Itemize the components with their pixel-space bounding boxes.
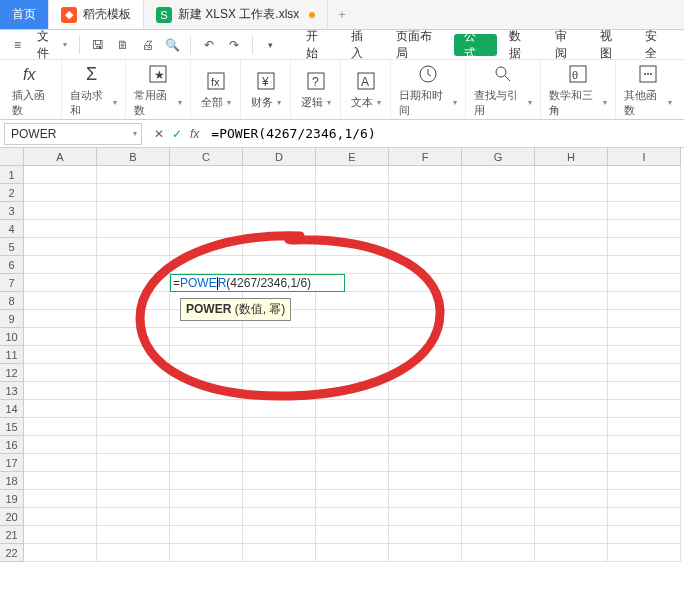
cell[interactable] xyxy=(462,508,535,526)
cell[interactable] xyxy=(316,364,389,382)
cell[interactable] xyxy=(97,328,170,346)
cell[interactable] xyxy=(535,238,608,256)
cell[interactable] xyxy=(97,238,170,256)
cell[interactable] xyxy=(535,436,608,454)
cell[interactable] xyxy=(389,328,462,346)
cell[interactable] xyxy=(462,202,535,220)
undo-button[interactable]: ↶ xyxy=(197,33,220,57)
cell[interactable] xyxy=(316,472,389,490)
tab-file[interactable]: S 新建 XLSX 工作表.xlsx xyxy=(144,0,328,29)
cell[interactable] xyxy=(316,328,389,346)
text-button[interactable]: A 文本 xyxy=(340,60,390,119)
cell[interactable] xyxy=(170,490,243,508)
select-all-corner[interactable] xyxy=(0,148,24,166)
cell[interactable] xyxy=(316,238,389,256)
redo-button[interactable]: ↷ xyxy=(223,33,246,57)
cell[interactable] xyxy=(316,508,389,526)
col-header-F[interactable]: F xyxy=(389,148,462,166)
cell[interactable] xyxy=(170,454,243,472)
cell[interactable] xyxy=(97,184,170,202)
cell[interactable] xyxy=(608,238,681,256)
cell[interactable] xyxy=(97,220,170,238)
cell[interactable] xyxy=(170,382,243,400)
cell[interactable] xyxy=(462,400,535,418)
cell[interactable] xyxy=(535,472,608,490)
cell[interactable] xyxy=(24,292,97,310)
col-header-C[interactable]: C xyxy=(170,148,243,166)
ribbon-tab-data[interactable]: 数据 xyxy=(499,30,542,60)
cell[interactable] xyxy=(170,220,243,238)
col-header-I[interactable]: I xyxy=(608,148,681,166)
cell[interactable] xyxy=(535,418,608,436)
cancel-formula-button[interactable]: ✕ xyxy=(154,127,164,141)
datetime-button[interactable]: 日期和时间 xyxy=(390,60,465,119)
cell[interactable] xyxy=(389,418,462,436)
cell-grid[interactable] xyxy=(24,166,684,601)
row-header-3[interactable]: 3 xyxy=(0,202,24,220)
cell[interactable] xyxy=(608,202,681,220)
cell[interactable] xyxy=(24,436,97,454)
cell[interactable] xyxy=(243,526,316,544)
cell[interactable] xyxy=(97,544,170,562)
cell[interactable] xyxy=(243,436,316,454)
cell[interactable] xyxy=(462,382,535,400)
row-header-14[interactable]: 14 xyxy=(0,400,24,418)
cell[interactable] xyxy=(389,166,462,184)
col-header-E[interactable]: E xyxy=(316,148,389,166)
cell[interactable] xyxy=(608,544,681,562)
cell[interactable] xyxy=(316,382,389,400)
cell[interactable] xyxy=(389,544,462,562)
cell[interactable] xyxy=(24,400,97,418)
all-fn-button[interactable]: fx 全部 xyxy=(190,60,240,119)
cell[interactable] xyxy=(24,346,97,364)
cell[interactable] xyxy=(462,310,535,328)
row-header-12[interactable]: 12 xyxy=(0,364,24,382)
cell[interactable] xyxy=(608,454,681,472)
cell[interactable] xyxy=(462,364,535,382)
row-header-19[interactable]: 19 xyxy=(0,490,24,508)
name-box[interactable]: POWER xyxy=(4,123,142,145)
cell[interactable] xyxy=(608,436,681,454)
row-header-17[interactable]: 17 xyxy=(0,454,24,472)
row-header-13[interactable]: 13 xyxy=(0,382,24,400)
cell[interactable] xyxy=(535,490,608,508)
row-header-5[interactable]: 5 xyxy=(0,238,24,256)
row-header-4[interactable]: 4 xyxy=(0,220,24,238)
row-header-21[interactable]: 21 xyxy=(0,526,24,544)
cell[interactable] xyxy=(170,418,243,436)
row-header-2[interactable]: 2 xyxy=(0,184,24,202)
menu-button[interactable]: ≡ xyxy=(6,33,29,57)
cell[interactable] xyxy=(462,166,535,184)
cell[interactable] xyxy=(608,382,681,400)
cell[interactable] xyxy=(535,454,608,472)
cell[interactable] xyxy=(608,292,681,310)
cell[interactable] xyxy=(24,166,97,184)
cell[interactable] xyxy=(608,256,681,274)
cell[interactable] xyxy=(389,400,462,418)
cell[interactable] xyxy=(535,202,608,220)
cell[interactable] xyxy=(535,310,608,328)
cell[interactable] xyxy=(462,454,535,472)
cell[interactable] xyxy=(316,292,389,310)
cell[interactable] xyxy=(97,472,170,490)
finance-button[interactable]: ¥ 财务 xyxy=(240,60,290,119)
insert-function-button[interactable]: fx 插入函数 xyxy=(4,60,61,119)
cell[interactable] xyxy=(24,310,97,328)
cell[interactable] xyxy=(316,400,389,418)
cell[interactable] xyxy=(389,436,462,454)
cell[interactable] xyxy=(535,292,608,310)
cell[interactable] xyxy=(243,454,316,472)
fx-button[interactable]: fx xyxy=(190,127,199,141)
cell[interactable] xyxy=(97,274,170,292)
cell[interactable] xyxy=(243,364,316,382)
cell[interactable] xyxy=(97,256,170,274)
row-header-7[interactable]: 7 xyxy=(0,274,24,292)
cell[interactable] xyxy=(608,220,681,238)
cell[interactable] xyxy=(97,202,170,220)
cell[interactable] xyxy=(24,328,97,346)
cell[interactable] xyxy=(243,238,316,256)
cell[interactable] xyxy=(316,184,389,202)
cell[interactable] xyxy=(389,454,462,472)
cell[interactable] xyxy=(24,364,97,382)
cell[interactable] xyxy=(608,166,681,184)
